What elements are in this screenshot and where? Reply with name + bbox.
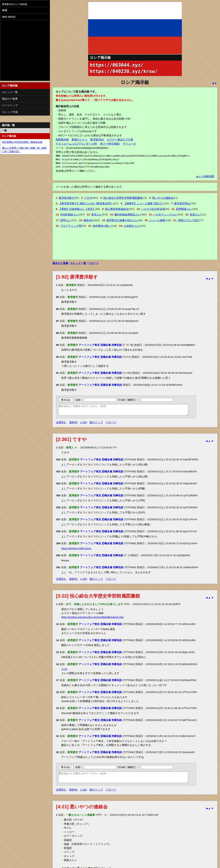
post-body-line[interactable]: https://archive.md/mJ2zzz [61,546,214,550]
post-name-badges[interactable]: アートフェア東京 恐喝未遂 刑事告訴 [78,639,122,642]
res-search-link[interactable]: ▲レス検索画面 [56,174,214,179]
rules-link[interactable]: カラサー過去ログ口座 [107,138,133,141]
index-thread-link[interactable]: 悪いやつの連絡会 [152,196,173,199]
thread-footer-link[interactable]: 最新50 [69,578,77,580]
submit-button[interactable]: 書き込む [58,398,74,402]
thread-footer-link[interactable]: 最新50 [69,421,77,424]
thread-footer-link[interactable]: 全部読む [56,421,66,424]
name-input[interactable] [84,765,117,769]
sidebar-item-page-top[interactable]: ページトップ [0,102,50,109]
index-thread-link[interactable]: てすや [84,196,92,199]
thread-nav-marks[interactable]: ■▲▼ [206,596,214,599]
thread-footer-link[interactable]: 板のトップ [90,788,103,791]
index-thread-link[interactable]: ニュース速報 [149,219,165,222]
thread-title[interactable]: [1:92] 唐澤貴洋殺す [56,274,98,280]
board-nav-marks[interactable]: ■▼ [212,82,217,85]
post-name-badges[interactable]: アートフェア東京 恐喝未遂 刑事告訴 [79,566,123,569]
sidebar-item-russia-board[interactable]: ロシア掲示板 [0,83,50,89]
message-textarea[interactable] [58,772,188,783]
index-thread-link[interactable]: 実況スレ [91,213,102,216]
index-thread-link[interactable]: ハセカラ紅白歌合戦 [141,208,165,210]
bbs-menu-link[interactable]: BBS MENU [2,14,48,20]
post-name-badges[interactable]: アートフェア東京 恐喝未遂 刑事告訴 [79,554,123,557]
index-thread-link[interactable]: 当職のグルメ日記 [178,219,199,222]
index-thread-link[interactable]: 唐澤貴洋殺す [59,196,74,199]
index-thread-link[interactable]: パカ弁ウォッチスレ [153,213,177,216]
index-thread-link[interactable]: 恒心綜合大学歴史学部附属図書館 [103,196,143,199]
thread-footer-link[interactable]: 最新50 [69,788,77,791]
sidebar-item-archive[interactable]: 過去ログ倉庫 [0,96,50,102]
thread-nav-marks[interactable]: ■▲▼ [206,277,214,280]
index-thread-link[interactable]: 海外教徒の集い [93,224,111,227]
post-name-badges[interactable]: アートフェア東京 恐喝未遂 刑事告訴 [79,530,123,533]
post-name-badges[interactable]: アートフェア東京 恐喝未遂 刑事告訴 [78,383,122,386]
post-name-badges[interactable]: アートフェア東京 恐喝未遂 刑事告訴 [78,690,122,693]
search-link[interactable]: 検索 [2,7,48,14]
post-name-badges[interactable]: アートフェア東京 恐喝未遂 刑事告訴 [79,458,123,461]
email-input[interactable] [140,765,173,769]
post-name-badges[interactable]: アートフェア東京 恐喝未遂 刑事告訴 [79,542,123,545]
rules-link[interactable]: 糞淵のメイン [71,138,87,141]
index-footer-link[interactable]: スレッド一覧 [70,261,86,265]
thread-footer-link[interactable]: 全部読む [56,578,66,580]
post-name-badges[interactable]: アートフェア東京 恐喝未遂 刑事告訴 [79,494,123,497]
thread-footer-link[interactable]: 全部読む [56,788,66,791]
post-name-badges[interactable]: アートフェア東京 恐喝未遂 刑事告訴 [78,343,122,346]
post-name-badges[interactable]: アートフェア東京 恐喝未遂 刑事告訴 [79,518,123,521]
post-body-line[interactable]: https://mobius.kamemushi.com/cm/dat2db/s… [61,615,214,619]
thread-footer-link[interactable]: 板のトップ [90,578,103,580]
thread-footer-link[interactable]: 1-100 [80,788,87,791]
index-thread-link[interactable]: 唐澤貴洋死ね [174,202,190,205]
board-link[interactable]: 朝日新聞社 特別演芸場所／観客収名板 [0,139,50,145]
board-link[interactable]: 暴れん坊将軍と川柳が俺〜洲藩一覧（検閲に向く宮殿の話） [0,145,50,154]
message-textarea[interactable] [58,404,188,415]
index-thread-link[interactable]: 裁判傍聴結果報告スレ [114,213,140,216]
post-name-badges[interactable]: アートフェア東京 恐喝未遂 刑事告訴 [78,735,122,738]
index-thread-link[interactable]: 【唐澤貴洋殺す】雑談スレ412【教徒集会所】 [59,202,113,205]
board-link[interactable]: ロシア掲示板 [0,133,50,139]
index-thread-link[interactable]: 質問スレ [60,219,71,222]
index-thread-link[interactable]: 恒心教芸術路線総合 [105,208,128,210]
index-thread-link[interactable]: 【議事堂】ニュース速報【恒心】 [124,202,163,205]
index-thread-link[interactable]: 長野関係スレ [176,208,192,210]
sidebar-item-thread-list[interactable]: スレッド一覧 [0,89,50,96]
rules-link[interactable]: デリューオ [123,142,136,145]
thread-footer-link[interactable]: 1-100 [80,578,87,580]
thread-footer-link[interactable]: 板のトップ [90,421,103,424]
thread-title[interactable]: [4:21] 悪いやつの連絡会 [56,804,108,810]
name-input[interactable] [84,398,117,402]
sidebar-item-create-thread[interactable]: スレッド作成 [0,109,50,116]
thread-nav-marks[interactable]: ■▲▼ [206,807,214,810]
index-thread-link[interactable]: 音楽スレ [190,213,200,216]
post-name-badges[interactable]: アートフェア東京 恐喝未遂 刑事告訴 [78,718,122,721]
thread-title[interactable]: [2:361] てすや [56,436,87,442]
thread-title[interactable]: [3:22] 恒心綜合大学歴史学部附属図書館 [56,593,140,599]
post-name-badges[interactable]: アートフェア東京 恐喝未遂 刑事告訴 [79,482,123,485]
index-footer-link[interactable]: 過去ログ倉庫 [53,261,68,265]
post-name-badges[interactable]: アートフェア東京 恐喝未遂 刑事告訴 [78,651,122,654]
index-footer-link[interactable]: リロード [88,261,99,265]
index-thread-link[interactable]: 【尊師】語録発掘スレ【名言】 [59,208,95,210]
post-body-line[interactable]: >>15 [61,667,214,671]
index-thread-link[interactable]: 包括的雑談スレ [60,213,78,216]
rules-link[interactable]: 来マー(特定雑談) [100,142,120,145]
post-name-badges[interactable]: アートフェア東京 恐喝未遂 刑事告訴 [78,371,122,374]
rules-link[interactable]: 削除案内板 [56,138,69,141]
post-name-badges[interactable]: アートフェア東京 恐喝未遂 刑事告訴 [78,355,122,358]
email-input[interactable] [140,398,173,402]
thread-footer-link[interactable]: リロード [106,788,116,791]
post-name-badges[interactable]: アートフェア東京 恐喝未遂 刑事告訴 [78,707,122,710]
post-name-badges[interactable]: アートフェア東京 恐喝未遂 刑事告訴 [78,663,122,665]
thread-footer-link[interactable]: 1-100 [80,421,87,424]
index-thread-link[interactable]: お絵描きスレ [124,224,139,227]
index-thread-link[interactable]: プログラミング部 [60,224,82,227]
rules-link[interactable]: ゲストルームコロア(ワンダース特) [56,142,97,145]
thread-footer-link[interactable]: リロード [106,421,116,424]
rules-link[interactable]: 唐澤貴洋km [90,138,104,141]
submit-button[interactable]: 書き込む [58,765,74,770]
post-name-badges[interactable]: アートフェア東京 恐喝未遂 刑事告訴 [78,679,122,682]
post-name-badges[interactable]: アートフェア東京 恐喝未遂 刑事告訴 [79,506,123,509]
post-name-badges[interactable]: アートフェア東京 恐喝未遂 刑事告訴 [78,751,122,753]
index-thread-link[interactable]: 唐澤貴洋の画像を貼るスレ [106,219,138,222]
thread-nav-marks[interactable]: ■▲▼ [206,439,214,442]
